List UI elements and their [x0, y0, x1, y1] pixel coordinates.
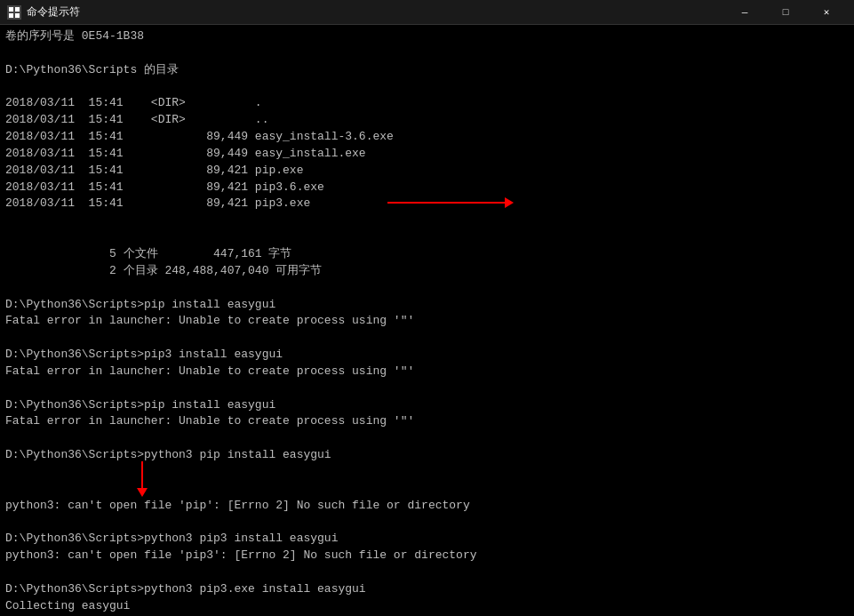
window-icon — [7, 5, 21, 20]
window-controls: — □ ✕ — [724, 0, 847, 25]
dir-entry-dotdot: 2018/03/11 15:41 <DIR> .. — [5, 112, 849, 129]
blank-line3 — [5, 280, 849, 297]
cmd-pip-install-2: D:\Python36\Scripts>pip install easygui — [5, 397, 849, 414]
svg-rect-0 — [9, 7, 13, 12]
summary-files: 5 个文件 447,161 字节 — [5, 246, 849, 263]
cmd-python3-pip3-output: python3: can't open file 'pip3': [Errno … — [5, 548, 849, 564]
cmd-pip3-install-1-output: Fatal error in launcher: Unable to creat… — [5, 364, 849, 380]
serial-line: 卷的序列号是 0E54-1B38 — [5, 28, 849, 45]
svg-rect-2 — [9, 13, 13, 18]
window-title: 命令提示符 — [27, 4, 724, 20]
dir-entry-pip36: 2018/03/11 15:41 89,421 pip3.6.exe — [5, 180, 849, 196]
minimize-button[interactable]: — — [724, 0, 765, 25]
window: 命令提示符 — □ ✕ 卷的序列号是 0E54-1B38 D:\Python36… — [0, 0, 854, 616]
blank-line7 — [5, 514, 849, 531]
cmd-pip-install-1: D:\Python36\Scripts>pip install easygui — [5, 297, 849, 314]
dir-entry-easy-install: 2018/03/11 15:41 89,449 easy_install.exe — [5, 146, 849, 163]
maximize-button[interactable]: □ — [765, 0, 806, 25]
blank-line6 — [5, 430, 849, 447]
cmd-pip-install-2-output: Fatal error in launcher: Unable to creat… — [5, 413, 849, 430]
blank-line8 — [5, 564, 849, 581]
dir-entry-dot: 2018/03/11 15:41 <DIR> . — [5, 95, 849, 112]
close-button[interactable]: ✕ — [806, 0, 847, 25]
cmd-python3-pip-output: python3: can't open file 'pip': [Errno 2… — [5, 498, 849, 515]
cmd-python3-pip3exe: D:\Python36\Scripts>python3 pip3.exe ins… — [5, 581, 849, 598]
blank-line5 — [5, 380, 849, 397]
svg-rect-3 — [15, 13, 20, 18]
blank-line2 — [5, 79, 849, 96]
cmd-python3-pip3: D:\Python36\Scripts>python3 pip3 install… — [5, 531, 849, 548]
cmd-pip3-install-1: D:\Python36\Scripts>pip3 install easygui — [5, 347, 849, 364]
blank-line4 — [5, 330, 849, 347]
blank-line1 — [5, 45, 849, 62]
pip3exe-arrow — [387, 197, 854, 208]
terminal-area[interactable]: 卷的序列号是 0E54-1B38 D:\Python36\Scripts 的目录… — [0, 25, 854, 616]
dir-header: D:\Python36\Scripts 的目录 — [5, 62, 849, 79]
dir-entry-pip3: 2018/03/11 15:41 89,421 pip3.exe — [5, 196, 849, 246]
summary-dirs: 2 个目录 248,488,407,040 可用字节 — [5, 263, 849, 280]
dir-entry-pip: 2018/03/11 15:41 89,421 pip.exe — [5, 163, 849, 180]
cmd-pip-install-1-output: Fatal error in launcher: Unable to creat… — [5, 313, 849, 330]
svg-rect-1 — [15, 7, 20, 12]
cmd-python3-pip: D:\Python36\Scripts>python3 pip install … — [5, 447, 849, 498]
dir-entry-easy-install-36: 2018/03/11 15:41 89,449 easy_install-3.6… — [5, 129, 849, 146]
titlebar: 命令提示符 — □ ✕ — [0, 0, 854, 25]
collecting: Collecting easygui — [5, 598, 849, 615]
